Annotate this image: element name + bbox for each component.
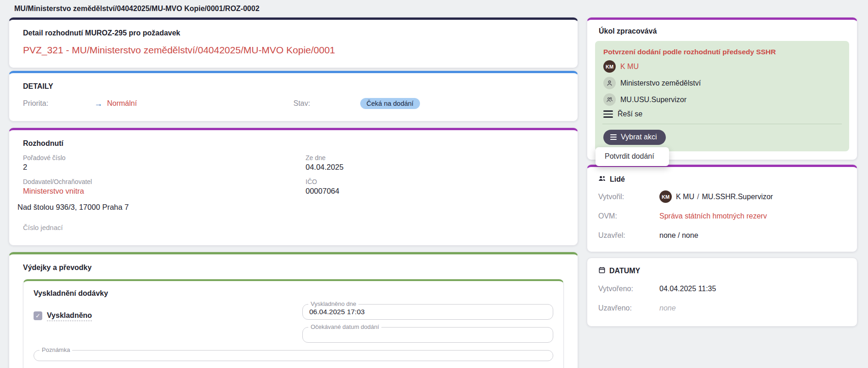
note-input[interactable]: [34, 351, 553, 361]
ovm-label: OVM:: [598, 212, 659, 220]
note-field-wrap: Poznámka: [34, 350, 553, 361]
task-panel: Potvrzení dodání podle rozhodnutí předse…: [595, 41, 849, 151]
page: MU/Ministerstvo zemědělství/04042025/MU-…: [0, 0, 868, 368]
decision-title: Rozhodnutí: [17, 139, 564, 148]
created-by-label: Vytvořil:: [598, 193, 659, 201]
created-label: Vytvořeno:: [598, 285, 659, 293]
expected-date-field-wrap: Očekávané datum dodání: [302, 327, 553, 343]
main-column: Detail rozhodnutí MUROZ-295 pro požadave…: [9, 17, 578, 368]
divider: [602, 124, 842, 124]
supplier-link[interactable]: Ministerstvo vnitra: [23, 187, 84, 195]
date-label: Ze dne: [306, 154, 564, 161]
priority-label: Priorita:: [23, 99, 94, 108]
created-by-role: MU.SSHR.Supervizor: [702, 193, 773, 201]
state-label: Stav:: [294, 99, 360, 108]
people-title: Lidé: [610, 175, 625, 184]
supplier-label: Dodavatel/Ochraňovatel: [23, 178, 306, 185]
task-card-title: Úkol zpracovává: [595, 27, 849, 35]
task-title: Potvrzení dodání podle rozhodnutí předse…: [603, 48, 841, 56]
created-value: 04.04.2025 11:35: [659, 285, 716, 293]
task-organization: Ministerstvo zemědělství: [620, 79, 701, 87]
task-role: MU.USU.Supervizor: [620, 96, 686, 104]
assignee-link[interactable]: K MU: [620, 63, 639, 71]
select-action-button[interactable]: Vybrat akci: [603, 130, 666, 145]
dates-title: DATUMY: [609, 267, 640, 275]
unstocked-date-field-label: Vyskladněno dne: [308, 301, 358, 307]
unstocking-card: Vyskladnění dodávky ✓ Vyskladněno Vyskla…: [23, 279, 564, 368]
dispatch-title: Výdejky a převodky: [23, 264, 564, 272]
separator: /: [697, 193, 699, 201]
assignee-avatar: KM: [603, 60, 616, 73]
decision-card: Rozhodnutí Pořadové číslo 2 Ze dne 04.04…: [9, 128, 578, 246]
select-action-button-label: Vybrat akci: [621, 133, 657, 141]
person-icon: [603, 77, 616, 89]
closed-value: none: [659, 304, 676, 312]
task-card: Úkol zpracovává Potvrzení dodání podle r…: [587, 17, 857, 160]
dates-card: DATUMY Vytvořeno: 04.04.2025 11:35 Uzavř…: [587, 258, 857, 327]
closed-label: Uzavřeno:: [598, 304, 659, 312]
state-badge: Čeká na dodání: [360, 98, 420, 109]
priority-value: Normální: [107, 99, 137, 108]
breadcrumb: MU/Ministerstvo zemědělství/04042025/MU-…: [9, 4, 868, 17]
details-title: DETAILY: [23, 82, 564, 91]
menu-icon: [610, 134, 617, 140]
expected-date-field-label: Očekávané datum dodání: [308, 324, 381, 330]
unstocked-date-field-wrap: Vyskladněno dne: [302, 304, 553, 320]
order-number-value: 2: [23, 163, 306, 172]
dropdown-item-confirm-delivery[interactable]: Potvrdit dodání: [596, 147, 669, 166]
calendar-icon: [598, 266, 606, 276]
decision-detail-card: Detail rozhodnutí MUROZ-295 pro požadave…: [9, 17, 578, 68]
date-value: 04.04.2025: [306, 163, 564, 172]
details-card: DETAILY Priorita: → Normální Stav: Čeká …: [9, 71, 578, 121]
created-by-avatar: KM: [659, 190, 672, 203]
arrow-right-icon: →: [94, 99, 102, 109]
dispatch-card: Výdejky a převodky Vyskladnění dodávky ✓…: [9, 252, 578, 368]
ico-value: 00007064: [306, 187, 564, 196]
ico-label: IČO: [306, 178, 564, 185]
supplier-address: Nad štolou 936/3, 17000 Praha 7: [17, 203, 564, 212]
created-by-user: K MU: [676, 193, 694, 201]
ovm-link[interactable]: Správa státních hmotných rezerv: [659, 212, 767, 220]
task-status: Řeší se: [618, 110, 642, 118]
decision-detail-title: Detail rozhodnutí MUROZ-295 pro požadave…: [23, 29, 564, 37]
action-dropdown: Potvrdit dodání: [596, 147, 669, 166]
unstocking-title: Vyskladnění dodávky: [34, 289, 553, 298]
people-icon: [598, 175, 606, 184]
vyskladneno-checkbox-label: Vyskladněno: [47, 311, 92, 321]
people-card: Lidé Vytvořil: KM K MU / MU.SSHR.Supervi…: [587, 165, 857, 252]
closed-by-value: none / none: [659, 231, 698, 240]
ref-number-label: Číslo jednací: [17, 224, 564, 231]
order-number-label: Pořadové číslo: [23, 154, 306, 161]
status-lines-icon: [603, 110, 613, 118]
group-icon: [603, 93, 616, 106]
closed-by-label: Uzavřel:: [598, 231, 659, 240]
vyskladneno-checkbox[interactable]: ✓: [34, 311, 42, 320]
side-column: Úkol zpracovává Potvrzení dodání podle r…: [587, 17, 857, 327]
request-link[interactable]: PVZ_321 - MU/Ministerstvo zemědělství/04…: [23, 45, 335, 56]
note-field-label: Poznámka: [40, 347, 72, 353]
